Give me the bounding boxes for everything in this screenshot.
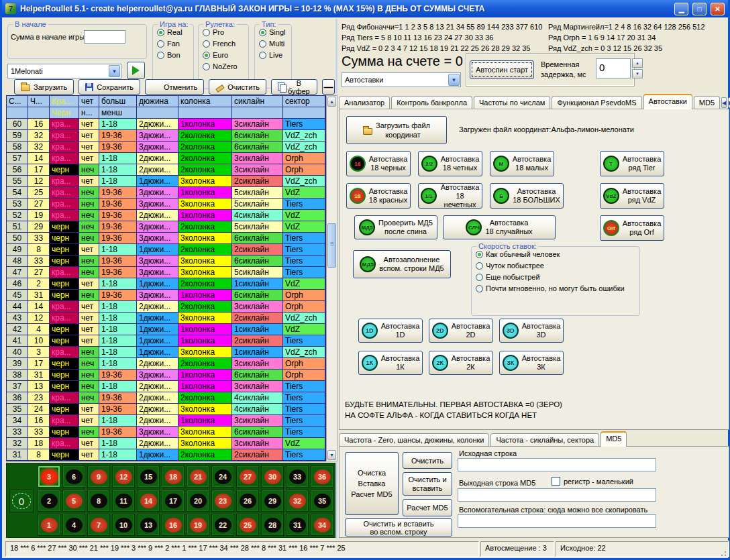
radio-option[interactable]: Euro bbox=[203, 51, 244, 59]
autobet-18-random-button[interactable]: СЛЧАвтоставка 18 случайных bbox=[443, 215, 556, 239]
radio-option[interactable]: Как обычный человек bbox=[476, 250, 635, 258]
scroll-up-icon[interactable]: ▲ bbox=[327, 97, 336, 107]
aux-string-input[interactable] bbox=[458, 514, 656, 528]
roulette-cell-5[interactable]: 5 bbox=[62, 490, 85, 512]
main-tab-1[interactable]: Контроль банкролла bbox=[391, 96, 472, 109]
roulette-cell-21[interactable]: 21 bbox=[187, 465, 209, 488]
minimize-button[interactable]: ▁ bbox=[674, 3, 688, 15]
autobet-18-high-button[interactable]: БАвтоставка 18 БОЛЬШИХ bbox=[490, 183, 564, 209]
roulette-cell-2[interactable]: 2 bbox=[38, 490, 60, 512]
roulette-cell-27[interactable]: 27 bbox=[236, 465, 259, 488]
md5-clear-paste-aux-button[interactable]: Очистить и вставить во вспом. строку bbox=[345, 518, 452, 537]
bottom-tab-0[interactable]: Частота - Zero, шансы, дюжины, колонки bbox=[339, 433, 489, 447]
autobet-18-black-button[interactable]: 18Автоставка 18 черных bbox=[346, 151, 411, 176]
column-header[interactable] bbox=[7, 107, 28, 119]
bottom-tab-2[interactable]: MD5 bbox=[601, 431, 627, 447]
roulette-cell-7[interactable]: 7 bbox=[87, 514, 110, 536]
column-header[interactable] bbox=[178, 107, 232, 119]
column-header[interactable]: н... bbox=[79, 107, 99, 119]
roulette-cell-30[interactable]: 30 bbox=[261, 465, 284, 488]
roulette-cell-13[interactable]: 13 bbox=[137, 514, 160, 536]
md5-calc-button[interactable]: Расчет MD5 bbox=[403, 499, 452, 516]
column-header[interactable] bbox=[137, 107, 178, 119]
md5-clear-paste-calc-button[interactable]: Очистка Вставка Расчет MD5 bbox=[345, 452, 399, 515]
autobet-orf-row-button[interactable]: OrfАвтоставка ряд Orf bbox=[600, 215, 664, 241]
radio-option[interactable]: Pro bbox=[203, 28, 244, 36]
autobet-1d-button[interactable]: 1DАвтоставка 1D bbox=[358, 319, 423, 343]
column-header[interactable]: Ч... bbox=[28, 96, 50, 107]
main-tab-0[interactable]: Анализатор bbox=[339, 96, 390, 109]
roulette-cell-29[interactable]: 29 bbox=[261, 490, 284, 512]
start-sum-input[interactable] bbox=[84, 30, 125, 44]
roulette-cell-19[interactable]: 19 bbox=[187, 514, 209, 536]
resize-grip[interactable] bbox=[719, 549, 727, 557]
chevron-down-icon[interactable]: ▼ bbox=[448, 74, 460, 86]
output-string-input[interactable] bbox=[458, 488, 656, 502]
radio-option[interactable]: Singl bbox=[259, 28, 287, 36]
save-button[interactable]: Сохранить bbox=[79, 79, 140, 95]
preset-dropdown[interactable]: 1Melonati ▼ bbox=[7, 64, 121, 78]
radio-option[interactable]: Почти мгновенно, но могут быть ошибки bbox=[476, 284, 635, 292]
roulette-cell-34[interactable]: 34 bbox=[311, 514, 333, 536]
md5-clear-button[interactable]: Очистить bbox=[403, 452, 452, 469]
autobet-1k-button[interactable]: 1КАвтоставка 1К bbox=[358, 351, 423, 375]
autobet-tier-row-button[interactable]: TАвтоставка ряд Tier bbox=[600, 151, 664, 176]
register-checkbox[interactable] bbox=[552, 477, 560, 486]
close-button[interactable]: ✕ bbox=[711, 3, 725, 15]
radio-option[interactable]: French bbox=[203, 40, 244, 48]
source-string-input[interactable] bbox=[458, 458, 656, 471]
roulette-cell-24[interactable]: 24 bbox=[211, 465, 234, 488]
scrollbar-thumb[interactable] bbox=[327, 223, 336, 268]
minimize-panel-button[interactable]: — bbox=[322, 79, 335, 95]
clear-button[interactable]: Очистить bbox=[209, 79, 266, 95]
spinner-down-icon[interactable]: ▼ bbox=[632, 69, 643, 78]
column-header[interactable]: колонка bbox=[178, 96, 232, 107]
column-header[interactable]: С... bbox=[7, 96, 28, 107]
roulette-cell-15[interactable]: 15 bbox=[137, 465, 160, 488]
roulette-cell-32[interactable]: 32 bbox=[286, 490, 309, 512]
roulette-cell-12[interactable]: 12 bbox=[112, 465, 135, 488]
roulette-cell-33[interactable]: 33 bbox=[286, 465, 309, 488]
autobet-3k-button[interactable]: ЗКАвтоставка 3К bbox=[499, 351, 564, 375]
roulette-cell-6[interactable]: 6 bbox=[62, 465, 85, 488]
roulette-cell-11[interactable]: 11 bbox=[112, 490, 135, 512]
roulette-cell-9[interactable]: 9 bbox=[87, 465, 110, 488]
roulette-cell-18[interactable]: 18 bbox=[162, 465, 185, 488]
roulette-cell-28[interactable]: 28 bbox=[261, 514, 284, 536]
radio-option[interactable]: Еще побыстрей bbox=[476, 273, 635, 281]
undo-button[interactable]: Отменить bbox=[145, 79, 204, 95]
autobet-2d-button[interactable]: 2DАвтоставка 2D bbox=[429, 319, 493, 343]
roulette-cell-8[interactable]: 8 bbox=[87, 490, 110, 512]
roulette-cell-10[interactable]: 10 bbox=[112, 514, 135, 536]
roulette-cell-4[interactable]: 4 bbox=[62, 514, 85, 536]
roulette-cell-1[interactable]: 1 bbox=[38, 514, 60, 536]
autobet-18-even-button[interactable]: 2/2Автоставка 18 четных bbox=[418, 151, 482, 176]
load-button[interactable]: Загрузить bbox=[14, 79, 74, 95]
to-clipboard-button[interactable]: В буфер bbox=[271, 79, 317, 95]
column-header[interactable]: сектор bbox=[283, 96, 325, 107]
load-coordinates-button[interactable]: Загрузить файл координат bbox=[346, 116, 447, 144]
roulette-cell-16[interactable]: 16 bbox=[162, 514, 185, 536]
autofill-md5-aux-button[interactable]: МД5Автозаполнение вспом. строки МД5 bbox=[353, 250, 451, 278]
roulette-cell-36[interactable]: 36 bbox=[311, 465, 333, 488]
column-header[interactable]: больш bbox=[99, 96, 137, 107]
tab-scroll-left-icon[interactable]: ◀ bbox=[721, 97, 727, 108]
column-header[interactable]: Кра... bbox=[50, 96, 79, 107]
radio-option[interactable]: NoZero bbox=[203, 62, 244, 70]
autobet-2k-button[interactable]: 2КАвтоставка 2К bbox=[429, 351, 493, 375]
roulette-cell-14[interactable]: 14 bbox=[137, 490, 160, 512]
autobet-18-red-button[interactable]: 18Автоставка 18 красных bbox=[346, 183, 411, 209]
column-header[interactable]: чет bbox=[79, 96, 99, 107]
radio-option[interactable]: Real bbox=[157, 28, 189, 36]
main-tab-4[interactable]: Автоставки bbox=[643, 94, 692, 109]
spinner-up-icon[interactable]: ▲ bbox=[632, 58, 643, 68]
roulette-cell-25[interactable]: 25 bbox=[236, 514, 259, 536]
roulette-cell-17[interactable]: 17 bbox=[162, 490, 185, 512]
start-button[interactable] bbox=[127, 62, 145, 79]
column-header[interactable]: сиклайн bbox=[232, 96, 283, 107]
column-header[interactable]: Черн bbox=[50, 107, 79, 119]
main-tab-2[interactable]: Частоты по числам bbox=[474, 96, 550, 109]
radio-option[interactable]: Live bbox=[259, 51, 287, 59]
table-scrollbar[interactable]: ▲ ▼ bbox=[326, 95, 337, 461]
bottom-tab-1[interactable]: Частота - сиклайны, сектора bbox=[490, 433, 599, 447]
